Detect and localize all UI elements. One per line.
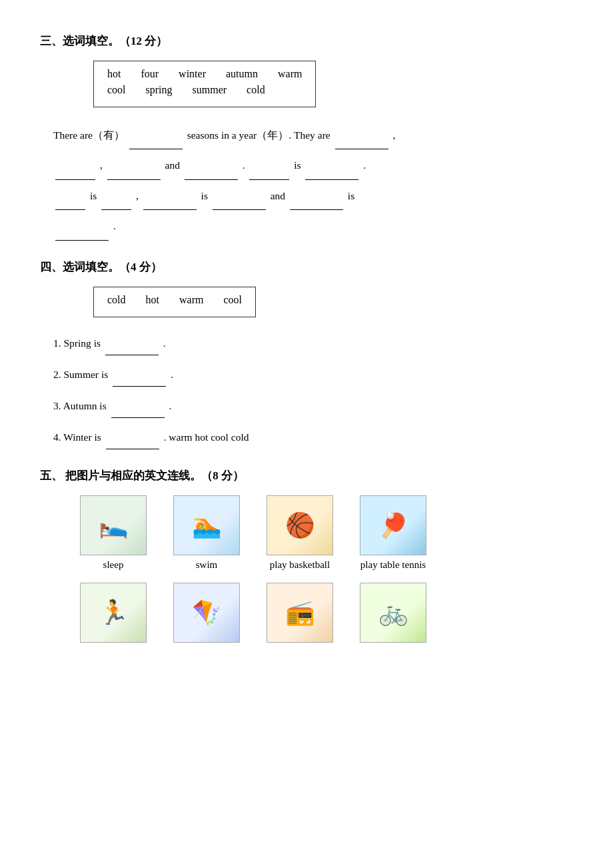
img-b3: 📻	[267, 583, 333, 647]
img-b1-pic: 🏃	[80, 583, 147, 643]
section5-row1: 🛌 sleep 🏊 swim 🏀 play basketball 🏓 play …	[80, 495, 573, 571]
img-swim-pic: 🏊	[173, 495, 240, 555]
img-b2: 🪁	[173, 583, 240, 647]
blank-s3-4[interactable]	[107, 168, 161, 180]
blank-s3-8[interactable]	[55, 198, 85, 210]
img-b4: 🚲	[360, 583, 426, 647]
section3-title: 三、选词填空。（12 分）	[40, 33, 573, 49]
q4-2: 2. Summer is .	[53, 362, 573, 387]
blank-s3-7[interactable]	[305, 168, 358, 180]
label-sleep: sleep	[103, 559, 124, 571]
img-b3-pic: 📻	[267, 583, 333, 643]
blank-s3-13[interactable]	[55, 229, 109, 241]
word-autumn: autumn	[226, 68, 258, 80]
label-swim: swim	[196, 559, 218, 571]
word-four: four	[141, 68, 159, 80]
blank-s3-10[interactable]	[143, 198, 197, 210]
word-hot: hot	[107, 68, 121, 80]
basketball-icon: 🏀	[285, 513, 315, 537]
word-warm2: warm	[179, 294, 203, 306]
label-tennis: play table tennis	[360, 559, 426, 571]
word-spring: spring	[146, 84, 173, 96]
b3-icon: 📻	[285, 601, 315, 625]
word-hot2: hot	[146, 294, 159, 306]
blank-s3-5[interactable]	[185, 168, 238, 180]
blank-s4-4[interactable]	[106, 437, 159, 449]
section4-wordbox: cold hot warm cool	[93, 287, 256, 317]
word-warm: warm	[278, 68, 302, 80]
img-sleep-pic: 🛌	[80, 495, 147, 555]
img-b2-pic: 🪁	[173, 583, 240, 643]
blank-s3-1[interactable]	[129, 137, 183, 149]
blank-s3-9[interactable]	[101, 198, 131, 210]
img-tennis: 🏓 play table tennis	[360, 495, 426, 571]
word-cold: cold	[247, 84, 265, 96]
b4-icon: 🚲	[378, 601, 408, 625]
q4-4: 4. Winter is . warm hot cool cold	[53, 425, 573, 449]
blank-s4-2[interactable]	[113, 375, 166, 387]
section4-title: 四、选词填空。（4 分）	[40, 259, 573, 275]
tennis-icon: 🏓	[378, 513, 408, 537]
word-cool2: cool	[223, 294, 242, 306]
sleep-icon: 🛌	[99, 513, 129, 537]
img-b4-pic: 🚲	[360, 583, 426, 643]
img-swim: 🏊 swim	[173, 495, 240, 571]
label-basketball: play basketball	[270, 559, 330, 571]
b2-icon: 🪁	[192, 601, 222, 625]
section5-title: 五、 把图片与相应的英文连线。（8 分）	[40, 468, 573, 483]
section5-row2: 🏃 🪁 📻 🚲	[80, 583, 573, 647]
blank-s3-6[interactable]	[249, 168, 289, 180]
img-b1: 🏃	[80, 583, 147, 647]
word-cool: cool	[107, 84, 126, 96]
section3-wordbox: hot four winter autumn warm cool spring …	[93, 61, 316, 107]
img-basketball: 🏀 play basketball	[267, 495, 333, 571]
img-sleep: 🛌 sleep	[80, 495, 147, 571]
swim-icon: 🏊	[192, 513, 222, 537]
b1-icon: 🏃	[99, 601, 129, 625]
blank-s4-3[interactable]	[111, 406, 165, 418]
blank-s3-2[interactable]	[335, 137, 388, 149]
section4-questions: 1. Spring is . 2. Summer is . 3. Autumn …	[53, 331, 573, 450]
blank-s4-1[interactable]	[105, 343, 159, 355]
img-basketball-pic: 🏀	[267, 495, 333, 555]
section3-fill: There are（有） seasons in a year（年）. They …	[53, 121, 573, 241]
img-tennis-pic: 🏓	[360, 495, 426, 555]
word-cold2: cold	[107, 294, 126, 306]
blank-s3-12[interactable]	[290, 198, 343, 210]
word-winter: winter	[179, 68, 206, 80]
q4-3: 3. Autumn is .	[53, 393, 573, 418]
q4-1: 1. Spring is .	[53, 331, 573, 355]
blank-s3-3[interactable]	[55, 168, 95, 180]
blank-s3-11[interactable]	[213, 198, 266, 210]
word-summer: summer	[193, 84, 227, 96]
